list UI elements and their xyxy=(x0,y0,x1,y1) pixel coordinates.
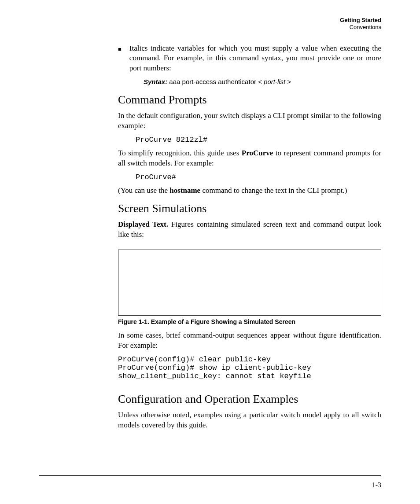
main-content: ■ Italics indicate variables for which y… xyxy=(118,44,381,430)
screensim-code: ProCurve(config)# clear public-key ProCu… xyxy=(118,355,381,380)
cmdprompts-p2-bold: ProCurve xyxy=(242,149,273,157)
running-head-section: Conventions xyxy=(39,24,381,31)
cmdprompts-p3: (You can use the hostname command to cha… xyxy=(118,186,381,196)
footer-rule xyxy=(39,475,381,476)
configop-p1: Unless otherwise noted, examples using a… xyxy=(118,410,381,430)
running-head-chapter: Getting Started xyxy=(39,17,381,24)
heading-config-op: Configuration and Operation Examples xyxy=(118,393,381,406)
cmdprompts-p2a: To simplify recognition, this guide uses xyxy=(118,149,242,157)
cmdprompts-code1: ProCurve 8212zl# xyxy=(136,136,381,144)
heading-command-prompts: Command Prompts xyxy=(118,93,381,107)
bullet-text: Italics indicate variables for which you… xyxy=(129,44,381,74)
bullet-square-icon: ■ xyxy=(118,44,122,55)
figure-box xyxy=(118,250,381,316)
cmdprompts-p3-bold: hostname xyxy=(169,186,200,195)
cmdprompts-code2: ProCurve# xyxy=(136,173,381,181)
syntax-label: Syntax: xyxy=(144,78,167,85)
screensim-lead: Displayed Text. Figures containing simul… xyxy=(118,220,381,240)
cmdprompts-p3b: command to change the text in the CLI pr… xyxy=(200,186,347,195)
cmdprompts-p3a: (You can use the xyxy=(118,186,169,195)
page-number: 1-3 xyxy=(372,481,381,489)
running-head: Getting Started Conventions xyxy=(39,17,381,31)
syntax-line: Syntax: aaa port-access authenticator < … xyxy=(144,78,381,85)
figure-caption: Figure 1-1. Example of a Figure Showing … xyxy=(118,318,381,325)
syntax-command: aaa port-access authenticator < xyxy=(167,78,264,85)
screensim-lead-bold: Displayed Text. xyxy=(118,220,168,228)
page: Getting Started Conventions ■ Italics in… xyxy=(0,0,420,504)
heading-screen-simulations: Screen Simulations xyxy=(118,202,381,215)
screensim-p2: In some cases, brief command-output sequ… xyxy=(118,331,381,351)
syntax-variable: port-list xyxy=(264,78,285,85)
cmdprompts-p1: In the default configuration, your switc… xyxy=(118,111,381,131)
syntax-tail: > xyxy=(285,78,291,85)
cmdprompts-p2: To simplify recognition, this guide uses… xyxy=(118,148,381,169)
bullet-item: ■ Italics indicate variables for which y… xyxy=(118,44,381,76)
